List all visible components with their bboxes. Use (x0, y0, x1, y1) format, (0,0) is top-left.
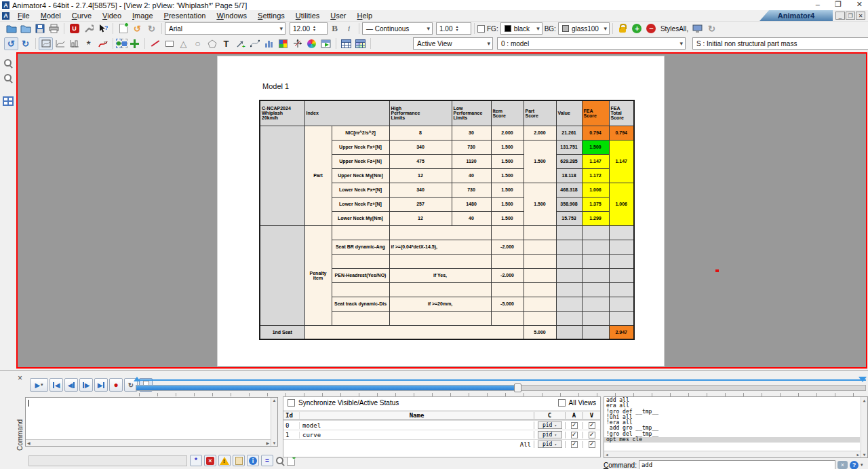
menu-file[interactable]: File (12, 12, 35, 20)
pentagon-tool-icon[interactable] (205, 37, 219, 50)
menu-video[interactable]: Video (97, 12, 127, 20)
undo-icon[interactable]: ↺ (130, 22, 144, 35)
function-select[interactable]: S : Initial non structural part mass (692, 37, 868, 50)
remove-circle-icon[interactable]: − (644, 22, 658, 35)
tab-close-icon[interactable]: ✕ (856, 12, 865, 20)
font-select[interactable]: Arial (165, 22, 285, 35)
zoom-region-icon[interactable] (3, 73, 13, 83)
color-wheel-icon[interactable] (304, 37, 319, 50)
visible-checkbox[interactable]: ✓ (589, 432, 595, 438)
record-button[interactable]: ● (109, 378, 123, 392)
go-last-button[interactable]: ▶ (94, 378, 108, 392)
pid-dropdown[interactable]: pid▾ (538, 440, 562, 448)
entity-row-curve[interactable]: 1 curve pid▾ ✓ ✓ (283, 430, 600, 439)
active-view-select[interactable]: Active View (413, 37, 493, 50)
command-dropdown-icon[interactable]: ▾ (861, 462, 863, 468)
step-back-button[interactable]: ◀ (64, 378, 78, 392)
close-icon[interactable]: ✕ (856, 0, 863, 9)
open-file-icon[interactable] (4, 22, 18, 35)
error-filter-icon[interactable]: × (204, 455, 216, 466)
horizontal-scrollbar[interactable]: ◀▶ (604, 451, 861, 457)
refresh-icon[interactable]: ↻ (705, 22, 719, 35)
axes-icon[interactable] (290, 37, 304, 50)
menu-windows[interactable]: Windows (211, 12, 252, 20)
time-slider[interactable] (136, 385, 866, 391)
pid-dropdown[interactable]: pid▾ (538, 431, 562, 438)
status-field[interactable] (28, 455, 187, 466)
time-slider-handle[interactable] (514, 383, 521, 392)
text-tool-icon[interactable]: T (219, 37, 233, 50)
line-style-select[interactable]: — Continuous (362, 22, 433, 35)
context-help-icon[interactable]: ? (96, 22, 110, 35)
export-image-icon[interactable] (319, 37, 333, 50)
bar-chart-icon[interactable] (67, 37, 81, 50)
model-select[interactable]: 0 : model (497, 37, 686, 50)
redo-icon[interactable]: ↻ (144, 22, 159, 35)
info-filter-icon[interactable]: i (247, 455, 259, 466)
star-marker-icon[interactable]: * (81, 37, 96, 50)
power-icon[interactable]: U (67, 22, 81, 35)
animator4-window-tab[interactable]: Animator4 (760, 10, 833, 21)
curve-chart-icon[interactable] (53, 37, 67, 50)
active-view-viewport[interactable]: Model 1 C-NCAP2024 Whiplash 20km/h Index… (16, 52, 867, 369)
step-forward-button[interactable]: ▶ (79, 378, 93, 392)
entity-row-all[interactable]: All pid▾ ✓ ✓ (283, 439, 600, 449)
zoom-icon[interactable] (3, 58, 13, 68)
triangle-tool-icon[interactable]: △ (176, 37, 191, 50)
visible-checkbox[interactable]: ✓ (589, 441, 595, 448)
menu-image[interactable]: Image (127, 12, 159, 20)
range-start-marker[interactable] (134, 377, 140, 381)
active-checkbox[interactable]: ✓ (571, 422, 578, 429)
menu-help[interactable]: Help (352, 12, 378, 20)
xy-curve-icon[interactable]: xy (96, 37, 110, 50)
move-icon[interactable] (127, 37, 142, 50)
command-input[interactable]: add (639, 460, 835, 469)
go-first-button[interactable]: ◀ (50, 378, 63, 392)
warning-filter-icon[interactable]: ! (218, 455, 231, 466)
fg-checkbox[interactable] (477, 25, 485, 33)
rotate-right-icon[interactable]: ↻ (18, 37, 33, 50)
pick-entity-icon[interactable] (116, 39, 121, 48)
pid-dropdown[interactable]: pid▾ (538, 421, 562, 429)
save-icon[interactable] (33, 22, 47, 35)
table-icon[interactable] (339, 37, 353, 50)
font-size-spinner[interactable]: 12.00▴▾ (290, 22, 328, 35)
new-note-icon[interactable] (116, 22, 130, 35)
equals-filter-icon[interactable]: = (261, 455, 273, 466)
open-model-icon[interactable] (18, 22, 33, 35)
italic-icon[interactable]: i (342, 22, 356, 35)
line-tool-icon[interactable] (148, 37, 162, 50)
log-filter-icon[interactable] (233, 455, 245, 466)
visible-checkbox[interactable]: ✓ (589, 422, 595, 429)
horizontal-scrollbar[interactable]: ◀▶ (26, 439, 271, 446)
fg-color-select[interactable]: black (500, 22, 542, 35)
help-icon[interactable]: ? (850, 461, 859, 469)
table-colored-icon[interactable] (353, 37, 368, 50)
range-end-marker[interactable] (859, 377, 867, 382)
timeline-range-bar[interactable] (136, 379, 866, 381)
sync-checkbox[interactable] (288, 399, 295, 407)
console-log[interactable]: add all era all !gro def __tmp__ !uhi al… (604, 396, 868, 458)
add-circle-icon[interactable]: + (630, 22, 644, 35)
arrow-annotation-icon[interactable]: + (233, 37, 248, 50)
print-icon[interactable] (47, 22, 61, 35)
wrench-icon[interactable] (81, 22, 96, 35)
spline-icon[interactable] (248, 37, 262, 50)
play-button[interactable]: ▶▾ (30, 378, 48, 392)
menu-settings[interactable]: Settings (252, 12, 290, 20)
entity-row-model[interactable]: 0 model pid▾ ✓ ✓ (283, 420, 600, 430)
vertical-scrollbar[interactable]: ▲▼ (271, 398, 277, 446)
rectangle-tool-icon[interactable] (162, 37, 176, 50)
lock-icon[interactable] (616, 22, 630, 35)
styles-all-label[interactable]: StylesAll, (660, 25, 688, 33)
tab-minimize-icon[interactable]: _ (835, 12, 845, 20)
active-checkbox[interactable]: ✓ (571, 441, 578, 448)
active-checkbox[interactable]: ✓ (571, 432, 578, 438)
zoom-box-icon[interactable] (39, 37, 53, 50)
menu-user[interactable]: User (325, 12, 351, 20)
all-messages-icon[interactable]: * (190, 455, 202, 466)
pick-box-icon[interactable] (121, 39, 127, 48)
histogram-icon[interactable] (262, 37, 276, 50)
minimize-icon[interactable]: – (816, 0, 820, 9)
ellipse-tool-icon[interactable]: ○ (191, 37, 205, 50)
